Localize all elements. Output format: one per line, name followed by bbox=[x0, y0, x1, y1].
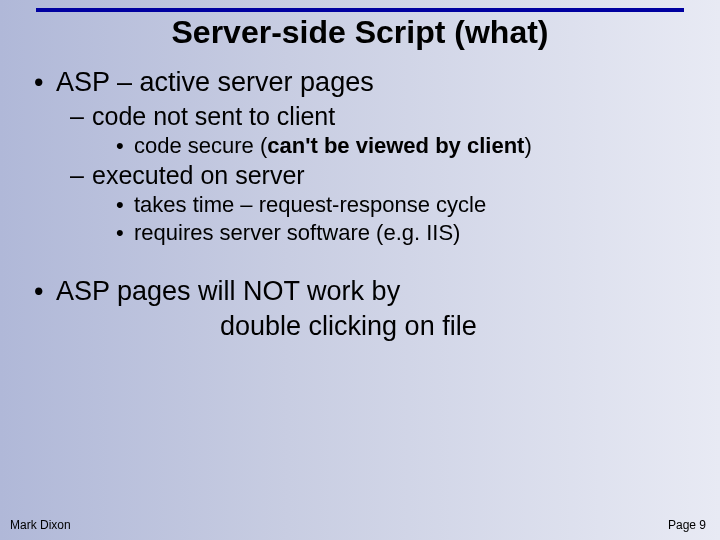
slide-title: Server-side Script (what) bbox=[0, 14, 720, 65]
text-fragment: code secure ( bbox=[134, 133, 267, 158]
title-area: Server-side Script (what) bbox=[0, 0, 720, 65]
list-text: takes time – request-response cycle bbox=[134, 192, 690, 218]
list-text: executed on server bbox=[92, 161, 690, 190]
text-fragment: ) bbox=[524, 133, 531, 158]
bullet-dot-icon: • bbox=[30, 67, 56, 98]
list-item: • ASP pages will NOT work by bbox=[30, 276, 690, 307]
bullet-dot-icon: • bbox=[116, 192, 134, 218]
bullet-dot-icon: • bbox=[116, 133, 134, 159]
spacer bbox=[30, 248, 690, 274]
slide-content: • ASP – active server pages – code not s… bbox=[0, 67, 720, 342]
list-item: – executed on server bbox=[70, 161, 690, 190]
list-text-continuation: double clicking on file bbox=[220, 311, 690, 342]
list-text: code not sent to client bbox=[92, 102, 690, 131]
text-bold: can't be viewed by client bbox=[267, 133, 524, 158]
bullet-dash-icon: – bbox=[70, 102, 92, 131]
list-text: requires server software (e.g. IIS) bbox=[134, 220, 690, 246]
bullet-dot-icon: • bbox=[116, 220, 134, 246]
footer-page: Page 9 bbox=[668, 518, 706, 532]
bullet-dot-icon: • bbox=[30, 276, 56, 307]
list-text: code secure (can't be viewed by client) bbox=[134, 133, 690, 159]
list-text: ASP pages will NOT work by bbox=[56, 276, 690, 307]
list-item: • code secure (can't be viewed by client… bbox=[116, 133, 690, 159]
list-item: • takes time – request-response cycle bbox=[116, 192, 690, 218]
list-item: – code not sent to client bbox=[70, 102, 690, 131]
list-text: ASP – active server pages bbox=[56, 67, 690, 98]
footer-author: Mark Dixon bbox=[10, 518, 71, 532]
bullet-dash-icon: – bbox=[70, 161, 92, 190]
list-item: • ASP – active server pages bbox=[30, 67, 690, 98]
title-rule bbox=[36, 8, 684, 12]
list-item: • requires server software (e.g. IIS) bbox=[116, 220, 690, 246]
